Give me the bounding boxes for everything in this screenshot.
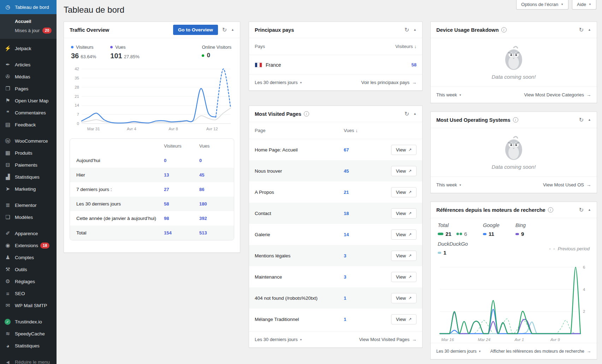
period-selector[interactable]: This week ▾ xyxy=(436,92,461,97)
sort-desc-icon[interactable]: ↓ xyxy=(355,128,358,133)
view-most-visited-pages-link[interactable]: View Most Visited Pages → xyxy=(359,337,417,342)
sidebar-item-feedback[interactable]: ▤ Feedback xyxy=(0,119,57,131)
period-selector[interactable]: Les 30 derniers jours ▾ xyxy=(255,337,302,342)
svg-text:35: 35 xyxy=(75,76,79,80)
sidebar-item-speedycache[interactable]: ≋ SpeedyCache xyxy=(0,328,57,340)
view-page-button[interactable]: View↗ xyxy=(391,251,417,261)
visitors-link[interactable]: 154 xyxy=(164,230,172,235)
arrow-right-icon: → xyxy=(586,92,591,97)
view-search-referrals-link[interactable]: Afficher les références des moteurs de r… xyxy=(490,349,591,354)
period-selector[interactable]: This week ▾ xyxy=(436,182,461,187)
pin-icon: ✒ xyxy=(4,61,12,68)
sidebar-item-statistiques-woo[interactable]: ▟ Statistiques xyxy=(0,171,57,183)
bing-value: 9 xyxy=(521,231,524,237)
visitors-link[interactable]: 0 xyxy=(164,158,166,163)
device-usage-widget: Device Usage Breakdown ↻ ▲ Data coming s… xyxy=(430,22,597,103)
sidebar-item-tableau-de-bord[interactable]: ◷ Tableau de bord xyxy=(0,0,57,14)
sidebar-item-marketing[interactable]: ➤ Marketing xyxy=(0,183,57,195)
views-link[interactable]: 45 xyxy=(199,172,204,178)
refresh-icon[interactable]: ↻ xyxy=(405,27,409,33)
sidebar-item-seo[interactable]: ≡ SEO xyxy=(0,287,57,299)
refresh-icon[interactable]: ↻ xyxy=(579,27,584,33)
views-link[interactable]: 86 xyxy=(199,187,204,192)
collapse-icon[interactable]: ▲ xyxy=(413,112,417,115)
info-icon[interactable] xyxy=(501,27,507,32)
view-device-categories-link[interactable]: View Most Device Categories → xyxy=(524,92,591,97)
views-link[interactable]: 3 xyxy=(344,274,346,280)
period-selector[interactable]: Les 30 derniers jours ▾ xyxy=(436,349,480,354)
info-icon[interactable] xyxy=(548,207,553,213)
views-link[interactable]: 392 xyxy=(199,216,207,221)
collapse-icon[interactable]: ▲ xyxy=(588,208,591,211)
views-link[interactable]: 67 xyxy=(344,147,349,153)
info-icon[interactable] xyxy=(513,117,518,123)
views-link[interactable]: 14 xyxy=(344,232,349,237)
collapse-icon[interactable]: ▲ xyxy=(588,28,591,31)
visitors-link[interactable]: 58 xyxy=(164,201,169,207)
external-link-icon: ↗ xyxy=(408,232,412,237)
submenu-item-accueil[interactable]: Accueil xyxy=(0,17,57,26)
screen-options-button[interactable]: Options de l’écran ▼ xyxy=(516,0,568,10)
views-link[interactable]: 1 xyxy=(344,296,346,301)
view-page-button[interactable]: View↗ xyxy=(391,187,417,197)
sidebar-item-reglages[interactable]: ⚙ Réglages xyxy=(0,275,57,287)
sidebar-item-elementor[interactable]: ≣ Elementor xyxy=(0,199,57,211)
view-page-button[interactable]: View↗ xyxy=(391,293,417,303)
views-link[interactable]: 18 xyxy=(344,211,349,216)
view-page-button[interactable]: View↗ xyxy=(391,272,417,282)
period-selector[interactable]: Les 30 derniers jours ▾ xyxy=(255,80,302,85)
view-page-button[interactable]: View↗ xyxy=(391,166,417,176)
svg-text:Avr 8: Avr 8 xyxy=(169,127,178,131)
view-top-countries-link[interactable]: Voir les principaux pays → xyxy=(361,80,417,85)
view-page-button[interactable]: View↗ xyxy=(391,208,417,219)
sidebar-item-open-user-map[interactable]: ⚑ Open User Map xyxy=(0,95,57,107)
go-to-overview-button[interactable]: Go to Overview xyxy=(173,25,218,35)
sidebar-item-medias[interactable]: ✇ Médias xyxy=(0,71,57,83)
views-link[interactable]: 180 xyxy=(199,201,207,207)
sidebar-item-statistiques-plugin[interactable]: ◕ Statistiques xyxy=(0,340,57,352)
sidebar-item-wp-mail-smtp[interactable]: ✉ WP Mail SMTP xyxy=(0,299,57,311)
sidebar-item-articles[interactable]: ✒ Articles xyxy=(0,59,57,71)
help-button[interactable]: Aide ▼ xyxy=(572,0,596,10)
views-link[interactable]: 0 xyxy=(199,158,202,163)
page-row: Nous trouver 45 View↗ xyxy=(249,160,422,181)
sidebar-item-produits[interactable]: ▦ Produits xyxy=(0,147,57,159)
info-icon[interactable] xyxy=(304,111,309,117)
refresh-icon[interactable]: ↻ xyxy=(222,27,227,33)
collapse-icon[interactable]: ▲ xyxy=(231,28,234,31)
views-link[interactable]: 45 xyxy=(344,168,349,174)
sidebar-item-modeles[interactable]: ❏ Modèles xyxy=(0,211,57,223)
sidebar-item-extensions[interactable]: ◉ Extensions 18 xyxy=(0,239,57,251)
sidebar-item-commentaires[interactable]: ❝ Commentaires xyxy=(0,107,57,119)
view-page-button[interactable]: View↗ xyxy=(391,314,417,324)
sidebar-item-trustindex[interactable]: ✓ Trustindex.io xyxy=(0,316,57,328)
collapse-icon[interactable]: ▲ xyxy=(588,118,591,121)
most-visited-pages-widget: Most Visited Pages ↻ ▲ Page Vues ↓ Home … xyxy=(249,106,423,348)
sort-desc-icon[interactable]: ↓ xyxy=(414,44,417,49)
collapse-icon[interactable]: ▲ xyxy=(413,28,417,31)
table-row: Aujourd’hui 0 0 xyxy=(70,153,234,168)
sidebar-item-outils[interactable]: ⚒ Outils xyxy=(0,263,57,275)
refresh-icon[interactable]: ↻ xyxy=(579,117,584,123)
visitors-link[interactable]: 98 xyxy=(164,216,169,221)
sidebar-item-pages[interactable]: ❐ Pages xyxy=(0,83,57,95)
visitors-link[interactable]: 27 xyxy=(164,187,169,192)
view-page-button[interactable]: View↗ xyxy=(391,145,417,155)
refresh-icon[interactable]: ↻ xyxy=(405,111,409,117)
sidebar-item-apparence[interactable]: ✐ Apparence xyxy=(0,227,57,239)
sidebar-item-comptes[interactable]: ♟ Comptes xyxy=(0,251,57,263)
views-link[interactable]: 513 xyxy=(199,230,207,235)
views-link[interactable]: 3 xyxy=(344,253,346,258)
sidebar-item-reduire-le-menu[interactable]: ◄ Réduire le menu xyxy=(0,356,57,364)
sidebar-item-jetpack[interactable]: ⚡ Jetpack xyxy=(0,42,57,54)
sidebar-item-paiements[interactable]: ⊟ Paiements xyxy=(0,159,57,171)
submenu-item-mises-a-jour[interactable]: Mises à jour 20 xyxy=(0,26,57,35)
view-most-used-os-link[interactable]: View Most Used OS → xyxy=(543,182,591,187)
views-link[interactable]: 1 xyxy=(344,317,346,322)
country-visitors-link[interactable]: 58 xyxy=(412,62,417,67)
refresh-icon[interactable]: ↻ xyxy=(579,207,584,213)
visitors-link[interactable]: 13 xyxy=(164,172,169,178)
views-link[interactable]: 21 xyxy=(344,190,349,195)
view-page-button[interactable]: View↗ xyxy=(391,229,417,240)
sidebar-item-woocommerce[interactable]: Ⓦ WooCommerce xyxy=(0,135,57,147)
